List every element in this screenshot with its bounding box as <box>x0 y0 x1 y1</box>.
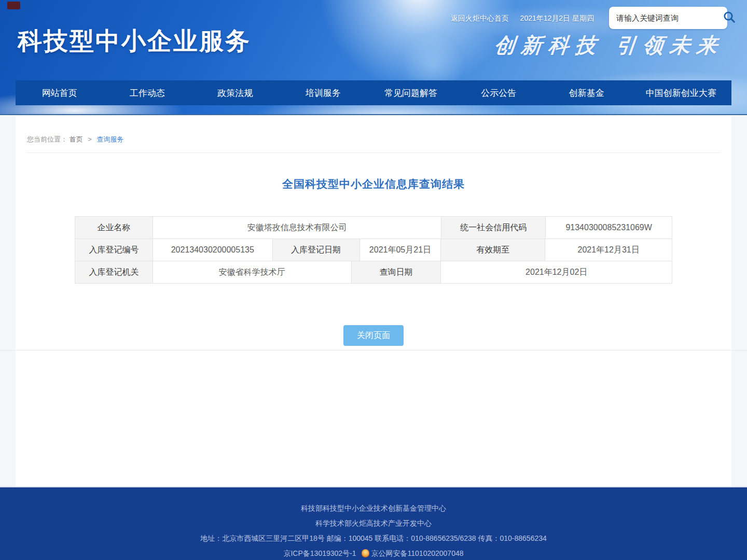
close-page-button[interactable]: 关闭页面 <box>343 325 404 346</box>
search-box <box>609 7 727 29</box>
result-table: 企业名称 安徽塔孜信息技术有限公司 统一社会信用代码 9134030008523… <box>75 216 672 284</box>
content-panel: 您当前位置： 首页 > 查询服务 全国科技型中小企业信息库查询结果 企业名称 安… <box>16 116 731 486</box>
breadcrumb-current-link[interactable]: 查询服务 <box>96 135 123 143</box>
button-row: 关闭页面 <box>16 325 731 346</box>
registration-number-value: 202134030200005135 <box>153 239 273 261</box>
registration-date-label: 入库登记日期 <box>273 239 360 261</box>
topbar: 返回火炬中心首页 2021年12月2日 星期四 <box>451 14 594 23</box>
company-name-label: 企业名称 <box>75 217 153 239</box>
registration-authority-label: 入库登记机关 <box>75 261 153 284</box>
valid-until-label: 有效期至 <box>441 239 545 261</box>
breadcrumb-divider <box>27 152 720 153</box>
nav-item-work-news[interactable]: 工作动态 <box>103 80 191 105</box>
nav-item-announcements[interactable]: 公示公告 <box>455 80 543 105</box>
query-date-label: 查询日期 <box>352 261 441 284</box>
registration-number-label: 入库登记编号 <box>75 239 153 261</box>
main-nav: 网站首页 工作动态 政策法规 培训服务 常见问题解答 公示公告 创新基金 中国创… <box>16 80 731 105</box>
header-banner: 返回火炬中心首页 2021年12月2日 星期四 科技型中小企业服务 创新科技引领… <box>0 0 747 115</box>
search-icon <box>723 10 736 25</box>
footer: 科技部科技型中小企业技术创新基金管理中心 科学技术部火炬高技术产业开发中心 地址… <box>0 486 747 560</box>
footer-line-fund-center: 科技部科技型中小企业技术创新基金管理中心 <box>0 501 747 516</box>
slogan-calligraphy: 创新科技引领未来 <box>493 31 725 60</box>
current-date-text: 2021年12月2日 星期四 <box>520 14 594 22</box>
valid-until-value: 2021年12月31日 <box>545 239 672 261</box>
footer-line-contact: 地址：北京市西城区三里河二区甲18号 邮编：100045 联系电话：010-88… <box>0 531 747 546</box>
table-row: 企业名称 安徽塔孜信息技术有限公司 统一社会信用代码 9134030008523… <box>75 217 672 239</box>
slogan-part2: 引领未来 <box>615 34 725 57</box>
slogan-part1: 创新科技 <box>493 34 604 57</box>
nav-item-faq[interactable]: 常见问题解答 <box>367 80 454 105</box>
nav-item-policies[interactable]: 政策法规 <box>191 80 279 105</box>
section-divider <box>0 350 747 351</box>
site-title: 科技型中小企业服务 <box>18 25 251 58</box>
search-button[interactable] <box>723 7 736 29</box>
breadcrumb-home-link[interactable]: 首页 <box>70 135 83 143</box>
police-badge-icon <box>362 549 369 557</box>
nav-item-training[interactable]: 培训服务 <box>279 80 367 105</box>
registration-authority-value: 安徽省科学技术厅 <box>153 261 352 284</box>
query-date-value: 2021年12月02日 <box>441 261 672 284</box>
corner-artifact <box>7 2 20 9</box>
return-torch-home-link[interactable]: 返回火炬中心首页 <box>451 14 509 22</box>
credit-code-label: 统一社会信用代码 <box>441 217 546 239</box>
footer-line-icp: 京ICP备13019302号-1京公网安备11010202007048 <box>0 546 747 560</box>
police-registration-link[interactable]: 京公网安备11010202007048 <box>371 549 464 557</box>
breadcrumb: 您当前位置： 首页 > 查询服务 <box>16 116 731 144</box>
table-row: 入库登记机关 安徽省科学技术厅 查询日期 2021年12月02日 <box>75 261 672 284</box>
search-input[interactable] <box>609 13 723 22</box>
nav-item-competition[interactable]: 中国创新创业大赛 <box>630 80 731 105</box>
breadcrumb-prefix: 您当前位置： <box>27 135 67 143</box>
footer-line-torch-center: 科学技术部火炬高技术产业开发中心 <box>0 516 747 531</box>
icp-license-link[interactable]: 京ICP备13019302号-1 <box>283 549 356 557</box>
registration-date-value: 2021年05月21日 <box>360 239 441 261</box>
table-row: 入库登记编号 202134030200005135 入库登记日期 2021年05… <box>75 239 672 261</box>
nav-item-home[interactable]: 网站首页 <box>16 80 103 105</box>
company-name-value: 安徽塔孜信息技术有限公司 <box>153 217 442 239</box>
page: 返回火炬中心首页 2021年12月2日 星期四 科技型中小企业服务 创新科技引领… <box>0 0 747 560</box>
result-page-title: 全国科技型中小企业信息库查询结果 <box>16 177 731 191</box>
credit-code-value: 91340300085231069W <box>546 217 672 239</box>
nav-item-innovation-fund[interactable]: 创新基金 <box>543 80 630 105</box>
breadcrumb-separator: > <box>88 135 92 143</box>
